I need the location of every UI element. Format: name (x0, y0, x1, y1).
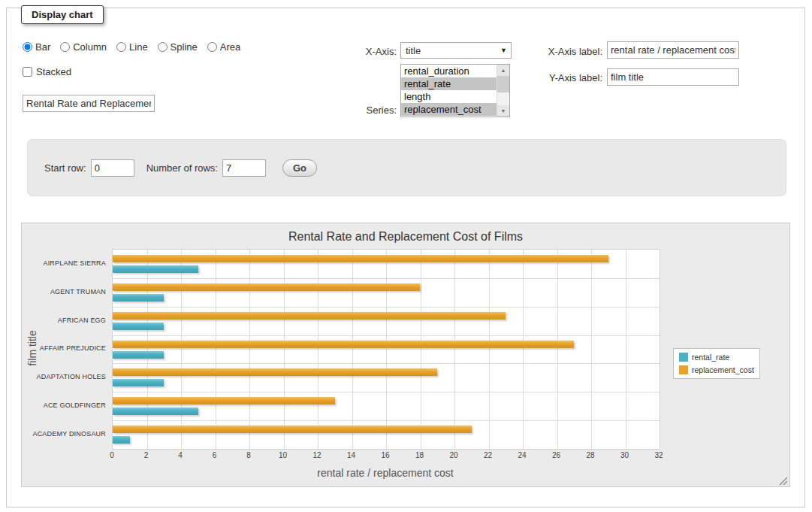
x-tick-label: 18 (415, 451, 424, 459)
category-label: AFRICAN EGG (22, 306, 106, 335)
gridline-vertical (421, 250, 421, 449)
gridline-vertical (386, 250, 387, 449)
chart-type-option-line[interactable]: Line (116, 41, 148, 53)
gridline-vertical (147, 250, 148, 449)
x-tick-label: 4 (178, 451, 183, 459)
series-field-label: Series: (315, 105, 397, 116)
gridline-vertical (352, 250, 353, 449)
bar-replacement_cost (113, 283, 420, 291)
series-options-list: rental_durationrental_ratelengthreplacem… (401, 65, 497, 117)
chart-type-label-bar: Bar (35, 41, 50, 53)
category-label: ADAPTATION HOLES (22, 362, 106, 391)
rows-panel: Start row: Number of rows: Go (27, 139, 786, 196)
x-axis-title: rental rate / replacement cost (112, 467, 659, 479)
legend-label: rental_rate (692, 353, 729, 362)
gridline-vertical (489, 250, 490, 449)
x-tick-label: 32 (654, 451, 663, 459)
gridline-vertical (523, 250, 524, 449)
bar-rental_rate (113, 351, 164, 359)
chart-type-radio-spline[interactable] (158, 42, 168, 52)
x-tick-label: 10 (279, 451, 287, 459)
chart-type-option-bar[interactable]: Bar (23, 41, 50, 53)
scroll-down-icon[interactable]: ▼ (497, 105, 509, 117)
gridline-vertical (591, 250, 592, 449)
x-tick-label: 26 (552, 451, 560, 459)
chart-type-option-column[interactable]: Column (60, 41, 107, 53)
x-axis-label-input[interactable] (607, 41, 739, 59)
go-button[interactable]: Go (282, 159, 317, 177)
series-option-length[interactable]: length (401, 90, 497, 103)
bar-rental_rate (113, 379, 164, 386)
chart-type-option-area[interactable]: Area (207, 41, 240, 53)
num-rows-label: Number of rows: (146, 162, 218, 174)
gridline-horizontal (113, 335, 660, 336)
legend-swatch (679, 365, 688, 374)
num-rows-input[interactable] (222, 159, 266, 177)
x-axis-ticks: 02468101214161820222426283032 (22, 451, 789, 462)
legend-swatch (679, 353, 688, 362)
gridline-vertical (249, 250, 250, 449)
x-tick-label: 14 (347, 451, 355, 459)
category-label: ACE GOLDFINGER (22, 391, 106, 420)
chart-type-label-area: Area (220, 41, 240, 53)
y-axis-label-input[interactable] (607, 68, 739, 86)
gridline-vertical (454, 250, 455, 449)
chart-title-input[interactable] (23, 95, 155, 112)
x-tick-label: 8 (246, 451, 251, 459)
chart-type-radio-group: Bar Column Line Spline Area (23, 41, 240, 53)
series-option-rental_rate[interactable]: rental_rate (401, 77, 497, 90)
start-row-input[interactable] (91, 159, 134, 177)
gridline-vertical (626, 250, 626, 449)
x-tick-label: 20 (449, 451, 457, 459)
bar-replacement_cost (113, 255, 608, 262)
gridline-horizontal (113, 420, 660, 421)
gridline-horizontal (113, 307, 660, 308)
x-tick-label: 2 (144, 451, 149, 459)
bar-rental_rate (113, 294, 164, 301)
gridline-vertical (181, 250, 182, 449)
gridline-vertical (284, 250, 285, 449)
gridline-vertical (557, 250, 558, 449)
x-tick-label: 6 (213, 451, 217, 459)
bar-replacement_cost (113, 426, 472, 433)
x-tick-label: 0 (110, 451, 114, 459)
bar-rental_rate (113, 436, 130, 444)
chart-type-option-spline[interactable]: Spline (158, 41, 198, 53)
y-axis-label-field-label: Y-Axis label: (484, 72, 602, 83)
page: Display chart Bar Column Line Spline Are… (0, 0, 812, 512)
series-option-replacement_cost[interactable]: replacement_cost (401, 103, 497, 116)
chart-type-radio-line[interactable] (116, 42, 126, 52)
x-axis-selected-value: title (406, 45, 421, 56)
x-tick-label: 24 (518, 451, 526, 459)
gridline-horizontal (113, 392, 660, 392)
gridline-horizontal (113, 363, 660, 364)
stacked-option[interactable]: Stacked (23, 66, 71, 77)
bar-replacement_cost (113, 341, 574, 348)
bar-rental_rate (113, 265, 198, 273)
chart-title: Rental Rate and Replacement Cost of Film… (22, 230, 789, 244)
resize-handle-icon[interactable] (778, 475, 788, 485)
start-row-label: Start row: (44, 162, 86, 174)
gridline-vertical (216, 250, 216, 449)
x-axis-field-label: X-Axis: (315, 46, 397, 57)
bar-rental_rate (113, 407, 198, 415)
category-label: AFFAIR PREJUDICE (22, 335, 106, 363)
bar-replacement_cost (113, 397, 335, 404)
category-label: ACADEMY DINOSAUR (22, 420, 106, 448)
stacked-checkbox[interactable] (23, 67, 32, 77)
bar-replacement_cost (113, 368, 437, 376)
category-label: AGENT TRUMAN (22, 277, 106, 306)
x-tick-label: 16 (381, 451, 389, 459)
series-option-rental_duration[interactable]: rental_duration (401, 65, 497, 77)
gridline-horizontal (113, 278, 660, 279)
chart-type-radio-column[interactable] (60, 42, 70, 52)
chart-container: Rental Rate and Replacement Cost of Film… (21, 223, 790, 487)
gridline-vertical (318, 250, 318, 449)
chart-type-radio-area[interactable] (207, 42, 217, 52)
x-tick-label: 12 (312, 451, 321, 459)
plot-area (112, 249, 660, 450)
legend-entry: replacement_cost (679, 365, 754, 374)
legend-label: replacement_cost (692, 365, 754, 374)
chart-type-radio-bar[interactable] (23, 42, 32, 52)
x-axis-label-field-label: X-Axis label: (484, 46, 602, 57)
